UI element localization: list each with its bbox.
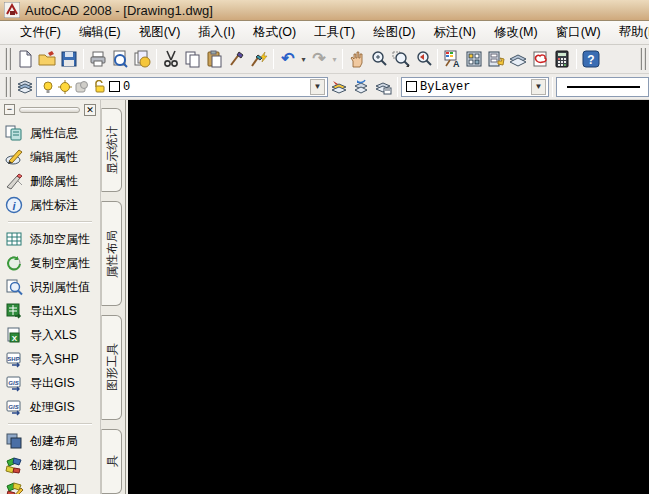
tab-attribute-layout[interactable]: 属性布局 xyxy=(101,201,122,306)
designcenter-icon[interactable] xyxy=(463,48,485,70)
cut-icon[interactable] xyxy=(160,48,182,70)
import-shp-icon: SHP xyxy=(5,350,23,368)
palette-close-icon[interactable]: ✕ xyxy=(84,104,96,116)
toolbar-grip[interactable] xyxy=(5,48,11,70)
layer-dropdown-icon[interactable]: ▼ xyxy=(310,79,325,95)
palette-drag-handle[interactable] xyxy=(19,107,80,113)
delete-attribute-icon xyxy=(5,172,23,190)
process-gis-icon: GIS xyxy=(5,398,23,416)
layer-properties-manager-icon[interactable] xyxy=(14,76,36,98)
tab-display-statistics[interactable]: 显示统计 xyxy=(101,108,122,192)
palette-item-create-layout[interactable]: 创建布局 xyxy=(0,429,100,453)
layer-select[interactable]: 0 ▼ xyxy=(36,77,328,97)
sheet-set-manager-icon[interactable] xyxy=(507,48,529,70)
linetype-select[interactable] xyxy=(556,77,649,97)
zoom-window-icon[interactable] xyxy=(390,48,412,70)
palette-item-delete-attribute[interactable]: 删除属性 xyxy=(0,169,100,193)
palette-item-export-gis[interactable]: GIS 导出GIS xyxy=(0,371,100,395)
palette-item-add-empty-attribute[interactable]: 添加空属性 xyxy=(0,227,100,251)
open-icon[interactable] xyxy=(36,48,58,70)
tool-palettes-icon[interactable] xyxy=(485,48,507,70)
paste-icon[interactable] xyxy=(204,48,226,70)
menu-modify[interactable]: 修改(M) xyxy=(485,21,547,44)
layer-lock-icon[interactable] xyxy=(92,80,106,94)
menu-tools[interactable]: 工具(T) xyxy=(305,21,364,44)
new-icon[interactable] xyxy=(14,48,36,70)
properties-icon[interactable]: A xyxy=(441,48,463,70)
markup-set-manager-icon[interactable] xyxy=(529,48,551,70)
color-dropdown-icon[interactable]: ▼ xyxy=(531,79,546,95)
palette-header: − ✕ xyxy=(0,100,100,117)
toolbar-separator xyxy=(273,49,274,69)
plot-preview-icon[interactable] xyxy=(109,48,131,70)
menu-bar: 文件(F) 编辑(E) 视图(V) 插入(I) 格式(O) 工具(T) 绘图(D… xyxy=(0,21,649,45)
palette-item-attribute-annotate[interactable]: i 属性标注 xyxy=(0,193,100,217)
palette-item-list: 属性信息 编辑属性 删除属性 i 属性标注 添加空属性 xyxy=(0,117,100,494)
toolbar-separator xyxy=(437,49,438,69)
toolbar-separator xyxy=(576,49,577,69)
undo-icon[interactable]: ↶ xyxy=(277,48,299,70)
title-bar: AutoCAD 2008 - [Drawing1.dwg] xyxy=(0,0,649,21)
pan-icon[interactable] xyxy=(346,48,368,70)
toolbar-separator xyxy=(552,77,553,97)
redo-icon[interactable]: ↷ xyxy=(308,48,330,70)
window-title: AutoCAD 2008 - [Drawing1.dwg] xyxy=(25,3,213,18)
drawing-canvas[interactable] xyxy=(126,100,649,494)
layer-on-icon[interactable] xyxy=(41,80,55,94)
palette-item-modify-viewport[interactable]: 修改视口 xyxy=(0,477,100,494)
export-xls-icon xyxy=(5,302,23,320)
palette-item-attribute-info[interactable]: 属性信息 xyxy=(0,121,100,145)
layer-freeze-icon[interactable] xyxy=(58,80,72,94)
palette-item-edit-attribute[interactable]: 编辑属性 xyxy=(0,145,100,169)
menu-help[interactable]: 帮助(H) xyxy=(610,21,649,44)
help-icon[interactable]: ? xyxy=(580,48,602,70)
layer-color-swatch xyxy=(109,81,120,92)
menu-file[interactable]: 文件(F) xyxy=(11,21,70,44)
palette-item-import-shp[interactable]: SHP 导入SHP xyxy=(0,347,100,371)
palette-minimize-icon[interactable]: − xyxy=(4,104,15,115)
tab-partial[interactable]: 具 xyxy=(101,429,122,494)
layer-states-icon[interactable] xyxy=(372,76,394,98)
match-properties-icon[interactable] xyxy=(226,48,248,70)
palette-separator xyxy=(8,221,92,223)
zoom-previous-icon[interactable] xyxy=(412,48,434,70)
menu-dimension[interactable]: 标注(N) xyxy=(425,21,485,44)
palette-item-copy-empty-attribute[interactable]: 复制空属性 xyxy=(0,251,100,275)
current-linetype-sample xyxy=(567,86,639,88)
toolbar-separator xyxy=(342,49,343,69)
menu-window[interactable]: 窗口(W) xyxy=(547,21,610,44)
add-empty-attribute-icon xyxy=(5,230,23,248)
svg-text:X: X xyxy=(12,334,18,343)
palette-item-export-xls[interactable]: 导出XLS xyxy=(0,299,100,323)
plot-icon[interactable] xyxy=(87,48,109,70)
zoom-realtime-icon[interactable] xyxy=(368,48,390,70)
undo-dropdown-icon[interactable]: ▾ xyxy=(299,55,308,64)
menu-format[interactable]: 格式(O) xyxy=(244,21,305,44)
copy-icon[interactable] xyxy=(182,48,204,70)
toolbar-grip[interactable] xyxy=(5,77,11,97)
create-layout-icon xyxy=(5,432,23,450)
toolbar-grip[interactable] xyxy=(640,48,646,70)
quickcalc-icon[interactable] xyxy=(551,48,573,70)
palette-item-create-viewport[interactable]: 创建视口 xyxy=(0,453,100,477)
tab-drawing-tools[interactable]: 图形工具 xyxy=(101,315,122,420)
palette-item-import-xls[interactable]: X 导入XLS xyxy=(0,323,100,347)
make-object-layer-current-icon[interactable] xyxy=(328,76,350,98)
palette-item-recognize-attribute-value[interactable]: 识别属性值 xyxy=(0,275,100,299)
block-editor-icon[interactable] xyxy=(248,48,270,70)
attribute-annotate-icon: i xyxy=(5,196,23,214)
color-select[interactable]: ByLayer ▼ xyxy=(401,77,549,97)
palette-item-process-gis[interactable]: GIS 处理GIS xyxy=(0,395,100,419)
menu-insert[interactable]: 插入(I) xyxy=(189,21,244,44)
menu-edit[interactable]: 编辑(E) xyxy=(70,21,130,44)
toolbar-separator xyxy=(397,77,398,97)
copy-empty-attribute-icon xyxy=(5,254,23,272)
publish-icon[interactable] xyxy=(131,48,153,70)
export-gis-icon: GIS xyxy=(5,374,23,392)
menu-view[interactable]: 视图(V) xyxy=(130,21,190,44)
attribute-info-icon xyxy=(5,124,23,142)
save-icon[interactable] xyxy=(58,48,80,70)
layer-previous-icon[interactable] xyxy=(350,76,372,98)
menu-draw[interactable]: 绘图(D) xyxy=(364,21,424,44)
svg-text:GIS: GIS xyxy=(8,404,18,410)
